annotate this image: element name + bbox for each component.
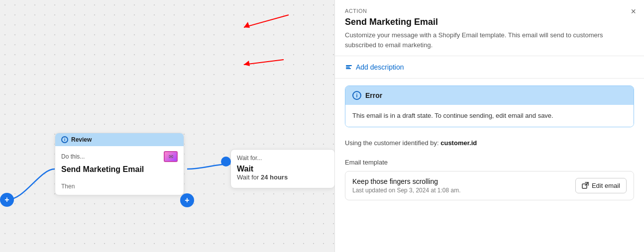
connector-dot	[221, 157, 231, 167]
edit-email-label: Edit email	[592, 182, 620, 189]
email-icon: ✉	[164, 151, 178, 162]
wait-for-label: Wait for...	[237, 155, 328, 162]
then-label: Then	[61, 183, 75, 190]
panel-description: Customize your message with a Shopify Em…	[345, 30, 634, 50]
template-name: Keep those fingers scrolling	[352, 177, 461, 185]
template-card: Keep those fingers scrolling Last update…	[345, 171, 634, 200]
error-icon: i	[352, 91, 361, 100]
svg-line-0	[244, 15, 289, 27]
error-section: i Error This email is in a draft state. …	[335, 79, 644, 134]
close-button[interactable]: ×	[631, 7, 636, 16]
wait-node[interactable]: Wait for... Wait Wait for 24 hours	[230, 149, 334, 188]
svg-rect-5	[346, 67, 350, 68]
wait-title: Wait	[237, 165, 328, 173]
description-icon	[345, 63, 353, 71]
connector-lines	[0, 0, 334, 252]
error-box: i Error This email is in a draft state. …	[345, 85, 634, 127]
template-info: Keep those fingers scrolling Last update…	[352, 177, 461, 194]
svg-line-2	[244, 60, 284, 65]
send-email-node[interactable]: i Review Do this... ✉ Send Marketing Ema…	[55, 133, 184, 195]
external-link-icon	[582, 182, 589, 189]
customer-text: Using the customer identified by:	[345, 139, 440, 147]
error-body: This email is in a draft state. To conti…	[345, 105, 634, 127]
customer-section: Using the customer identified by: custom…	[335, 134, 644, 154]
node-header-review: i Review	[55, 133, 184, 146]
panel-header: ACTION Send Marketing Email Customize yo…	[335, 0, 644, 56]
error-title: Error	[365, 91, 382, 99]
svg-marker-3	[244, 61, 250, 66]
add-description-button[interactable]: Add description	[345, 63, 404, 71]
customer-id: customer.id	[440, 139, 477, 147]
template-section: Email template Keep those fingers scroll…	[335, 154, 644, 207]
svg-rect-4	[346, 65, 352, 66]
svg-rect-6	[346, 68, 351, 69]
annotation-arrows	[0, 0, 334, 252]
node-send-email-title: Send Marketing Email	[61, 165, 178, 174]
workflow-canvas: + i Review Do this... ✉ Send Marketing E…	[0, 0, 334, 252]
action-label: ACTION	[345, 8, 634, 14]
node-header-label: Review	[71, 136, 92, 143]
panel-title: Send Marketing Email	[345, 17, 634, 27]
template-section-label: Email template	[345, 159, 634, 166]
template-date: Last updated on Sep 3, 2024 at 1:08 am.	[352, 187, 461, 194]
action-panel: ACTION Send Marketing Email Customize yo…	[334, 0, 644, 252]
error-header: i Error	[345, 86, 634, 105]
add-description-section: Add description	[335, 56, 644, 79]
edit-email-button[interactable]: Edit email	[575, 178, 627, 193]
add-description-label: Add description	[356, 63, 404, 71]
add-trigger-button[interactable]: +	[0, 193, 14, 207]
svg-marker-1	[244, 22, 250, 28]
info-icon: i	[61, 136, 68, 143]
wait-subtitle: Wait for 24 hours	[237, 173, 328, 181]
node-do-label: Do this... ✉	[61, 151, 178, 162]
add-then-button[interactable]: +	[180, 193, 194, 207]
